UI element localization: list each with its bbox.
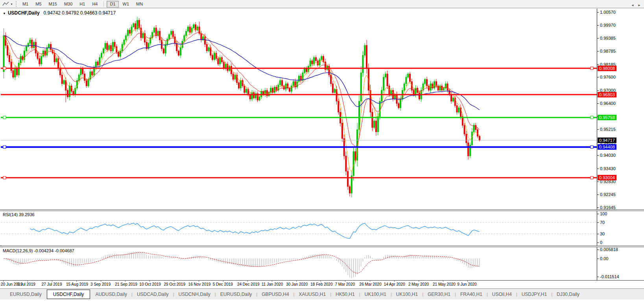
chart-tab-usdcnh-daily[interactable]: USDCNH,Daily — [174, 290, 214, 299]
date-label: 16 Nov 2019 — [188, 282, 211, 286]
trading-platform-window: ▼ M1M5M15M30H1H4D1W1MN ▼USDCHF,Daily0.94… — [0, 0, 644, 301]
rsi-tick-label: 30 — [600, 231, 605, 237]
date-tick-mark — [199, 281, 199, 282]
timeframe-button-group: M1M5M15M30H1H4D1W1MN — [19, 1, 146, 7]
date-label: 3 Sep 2019 — [90, 282, 111, 286]
date-label: 21 Sep 2019 — [115, 282, 137, 286]
date-label: 5 Dec 2019 — [213, 282, 233, 286]
timeframe-button-m1[interactable]: M1 — [19, 1, 31, 7]
chevron-down-icon[interactable]: ▼ — [10, 3, 13, 6]
price-tick-mark — [597, 64, 599, 65]
date-tick-mark — [223, 281, 223, 282]
rsi-line — [30, 223, 479, 239]
rsi-tick-mark — [597, 222, 599, 223]
date-axis[interactable]: 20 Jun 20199 Jul 201927 Jul 201915 Aug 2… — [0, 281, 644, 288]
macd-indicator-label: MACD(12,26,9) -0.004234 -0.004687 — [3, 248, 74, 253]
tab-scroll-right-icon[interactable]: ► — [638, 4, 641, 7]
macd-bottom-border — [0, 280, 644, 281]
date-label: 14 Apr 2020 — [384, 282, 405, 286]
chart-tab-xauusd-h1[interactable]: XAUUSD,H1 — [294, 290, 330, 299]
date-label: 27 Jul 2019 — [42, 282, 62, 286]
date-tick-mark — [247, 281, 248, 282]
date-label: 21 May 2020 — [433, 282, 456, 286]
horizontal-line-0.95758[interactable] — [1, 116, 597, 119]
price-line-label: 0.95758 — [598, 115, 616, 120]
chart-tab-eurusd-daily[interactable]: EURUSD,Daily — [216, 290, 256, 299]
chart-tab-uk100-h1[interactable]: UK100,H1 — [392, 290, 422, 299]
chart-tab-usdjpy-h1[interactable]: USDJPY,H1 — [517, 290, 551, 299]
price-tick-mark — [597, 195, 599, 195]
chart-tab-audusd-daily[interactable]: AUDUSD,Daily — [91, 290, 131, 299]
timeframe-button-m15[interactable]: M15 — [46, 1, 60, 7]
date-tick-mark — [101, 281, 101, 282]
rsi-tick-label: 70 — [600, 220, 605, 225]
price-line-label: 0.96803 — [598, 92, 616, 97]
chart-tab-usdchf-daily[interactable]: USDCHF,Daily — [47, 290, 90, 299]
current-price-label: 0.94717 — [598, 138, 616, 143]
date-tick-mark — [125, 281, 125, 282]
timeframe-button-h4[interactable]: H4 — [89, 1, 101, 7]
price-tick-mark — [597, 103, 599, 104]
price-tick-label: 0.96400 — [600, 101, 616, 106]
macd-tick-mark — [597, 250, 599, 250]
date-tick-mark — [28, 281, 28, 282]
panel-splitter-macd[interactable] — [0, 246, 644, 247]
price-axis[interactable]: 1.005700.999700.993850.987850.981850.976… — [597, 9, 644, 280]
date-tick-mark — [394, 281, 395, 282]
chart-tab-dj30-daily[interactable]: DJ30,Daily — [552, 290, 584, 299]
chart-tab-ger30-h1[interactable]: GER30,H1 — [423, 290, 455, 299]
timeframe-button-m30[interactable]: M30 — [61, 1, 76, 7]
date-tick-mark — [443, 281, 443, 282]
macd-tick-mark — [597, 259, 599, 259]
tab-scroll-left-icon[interactable]: ◄ — [631, 4, 634, 7]
chart-title-caret-icon[interactable]: ▼ — [3, 12, 6, 15]
chart-tab-eurusd-daily[interactable]: EURUSD,Daily — [6, 290, 46, 299]
rsi-tick-label: 100 — [600, 211, 607, 217]
chart-tab-hk50-h1[interactable]: HK50,H1 — [331, 290, 359, 299]
timeframe-button-m5[interactable]: M5 — [32, 1, 44, 7]
toolbar-grip-handle[interactable] — [16, 1, 17, 7]
price-tick-mark — [597, 12, 599, 13]
date-label: 29 Oct 2019 — [164, 282, 185, 286]
date-tick-mark — [370, 281, 370, 282]
price-tick-label: 0.99385 — [600, 36, 616, 41]
rsi-tick-label: 0 — [600, 240, 602, 245]
timeframe-button-w1[interactable]: W1 — [120, 1, 133, 7]
price-tick-mark — [597, 169, 599, 169]
toolbar: ▼ M1M5M15M30H1H4D1W1MN — [0, 0, 644, 8]
timeframe-button-mn[interactable]: MN — [133, 1, 146, 7]
chart-tab-usdcad-daily[interactable]: USDCAD,Daily — [133, 290, 173, 299]
timeframe-button-h1[interactable]: H1 — [76, 1, 88, 7]
date-label: 9 Jul 2019 — [17, 282, 35, 286]
price-tick-label: 0.97600 — [600, 75, 616, 80]
date-tick-mark — [174, 281, 174, 282]
rsi-indicator-label: RSI(14) 39.2936 — [3, 212, 35, 217]
chart-tab-gbpusd-h4[interactable]: GBPUSD,H4 — [257, 290, 293, 299]
chart-tab-uk100-h1[interactable]: UK100,H1 — [360, 290, 391, 299]
date-label: 11 Jan 2020 — [262, 282, 283, 286]
price-line-label: 0.94408 — [598, 144, 616, 150]
horizontal-line-0.94408[interactable] — [1, 146, 597, 149]
panel-splitter-rsi[interactable] — [0, 209, 644, 211]
date-tick-mark — [3, 281, 4, 282]
date-label: 26 Mar 2020 — [360, 282, 382, 286]
price-tick-mark — [597, 38, 599, 39]
date-label: 7 Mar 2020 — [335, 282, 355, 286]
price-tick-mark — [597, 77, 599, 77]
macd-panel — [1, 247, 597, 280]
chart-symbol: USDCHF,Daily — [8, 10, 40, 16]
horizontal-line-0.93004[interactable] — [1, 176, 597, 179]
chart-tab-usoil-h4[interactable]: USOil,H4 — [488, 290, 516, 299]
macd-tick-label: 0.005818 — [600, 247, 618, 252]
chart-cursor-icon[interactable] — [2, 1, 10, 7]
chart-tab-bar: EURUSD,DailyUSDCHF,DailyAUDUSD,Daily|USD… — [0, 288, 644, 299]
date-label: 18 Feb 2020 — [310, 282, 332, 286]
price-tick-label: 0.93430 — [600, 166, 616, 171]
price-tick-mark — [597, 155, 599, 156]
rsi-tick-mark — [597, 242, 599, 243]
chart-tab-fra40-h1[interactable]: FRA40,H1 — [456, 290, 487, 299]
macd-tick-mark — [597, 277, 599, 277]
price-tick-mark — [597, 51, 599, 51]
toolbar-divider — [103, 1, 104, 7]
timeframe-button-d1[interactable]: D1 — [107, 1, 118, 7]
